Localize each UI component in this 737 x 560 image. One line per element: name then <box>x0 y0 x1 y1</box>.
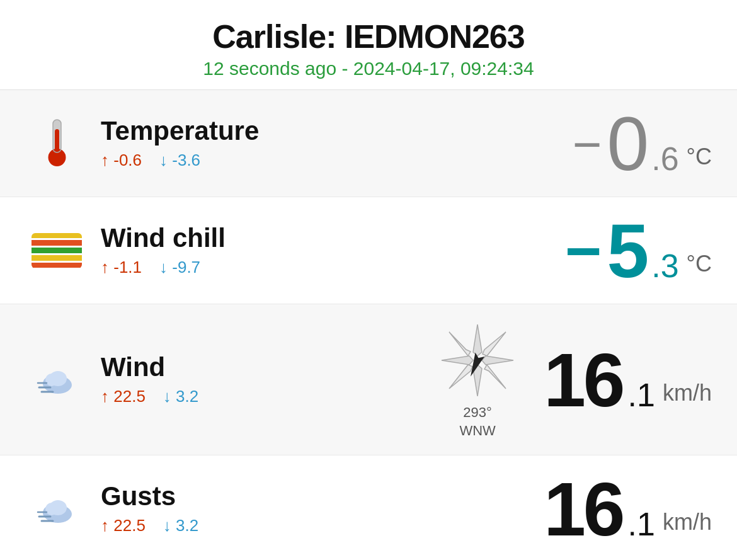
svg-marker-13 <box>482 356 513 365</box>
last-updated: 12 seconds ago - 2024-04-17, 09:24:34 <box>13 58 724 79</box>
gusts-low: 3.2 <box>163 516 198 535</box>
svg-marker-15 <box>483 332 506 356</box>
gusts-icon <box>25 486 88 532</box>
gusts-row: Gusts 22.5 3.2 16 .1 km/h <box>0 455 737 560</box>
temperature-range: -0.6 -3.6 <box>101 151 573 170</box>
temperature-unit: °C <box>687 144 712 181</box>
temperature-row: Temperature -0.6 -3.6 − 0 .6 °C <box>0 90 737 197</box>
temperature-value-decimal: .6 <box>651 142 678 175</box>
svg-point-23 <box>45 503 58 515</box>
svg-marker-17 <box>449 332 471 356</box>
wind-high: 22.5 <box>101 387 146 406</box>
temperature-label-area: Temperature -0.6 -3.6 <box>88 117 573 170</box>
temperature-high: -0.6 <box>101 151 142 170</box>
wind-chill-high: -1.1 <box>101 258 142 277</box>
gusts-value-integer: 16 <box>544 471 622 547</box>
svg-marker-14 <box>442 356 473 365</box>
wind-chill-unit: °C <box>687 251 712 289</box>
temperature-value-integer: 0 <box>607 106 646 181</box>
gusts-high: 22.5 <box>101 516 146 535</box>
svg-point-7 <box>45 374 58 386</box>
temperature-negative: − <box>573 106 602 170</box>
gusts-value-area: 16 .1 km/h <box>544 471 712 547</box>
temperature-low: -3.6 <box>159 151 200 170</box>
wind-value-area: 16 .1 km/h <box>544 342 712 418</box>
wind-value-integer: 16 <box>544 342 622 418</box>
wind-chill-range: -1.1 -9.7 <box>101 258 565 277</box>
wind-label-area: Wind 22.5 3.2 <box>88 353 411 406</box>
wind-chill-label: Wind chill <box>101 224 565 253</box>
svg-point-2 <box>48 149 66 166</box>
svg-marker-18 <box>484 365 506 389</box>
temperature-label: Temperature <box>101 117 573 146</box>
wind-chill-value-area: − 5 .3 °C <box>565 213 712 289</box>
wind-chill-negative: − <box>565 213 602 282</box>
gusts-range: 22.5 3.2 <box>101 516 544 535</box>
wind-chill-label-area: Wind chill -1.1 -9.7 <box>88 224 565 277</box>
page-title: Carlisle: IEDMON263 <box>13 18 724 55</box>
svg-marker-11 <box>473 324 482 356</box>
compass-area: 293°WNW <box>437 319 518 440</box>
gusts-unit: km/h <box>663 509 712 547</box>
wind-icon <box>25 357 88 403</box>
gusts-label: Gusts <box>101 482 544 511</box>
gusts-label-area: Gusts 22.5 3.2 <box>88 482 544 535</box>
header: Carlisle: IEDMON263 12 seconds ago - 202… <box>0 0 737 90</box>
wind-label: Wind <box>101 353 411 382</box>
wind-chill-value-decimal: .3 <box>651 249 678 282</box>
svg-marker-16 <box>449 365 472 389</box>
temperature-value-area: − 0 .6 °C <box>573 106 712 181</box>
compass-degrees: 293°WNW <box>459 404 495 440</box>
wind-chill-icon <box>25 233 88 268</box>
wind-range: 22.5 3.2 <box>101 387 411 406</box>
gusts-value-decimal: .1 <box>628 508 655 540</box>
wind-row: Wind 22.5 3.2 <box>0 304 737 455</box>
wind-chill-value-integer: 5 <box>607 213 646 289</box>
wind-chill-low: -9.7 <box>159 258 200 277</box>
wind-chill-row: Wind chill -1.1 -9.7 − 5 .3 °C <box>0 197 737 304</box>
wind-value-decimal: .1 <box>628 379 655 411</box>
wind-low: 3.2 <box>163 387 198 406</box>
wind-unit: km/h <box>663 380 712 418</box>
temperature-icon <box>25 117 88 170</box>
